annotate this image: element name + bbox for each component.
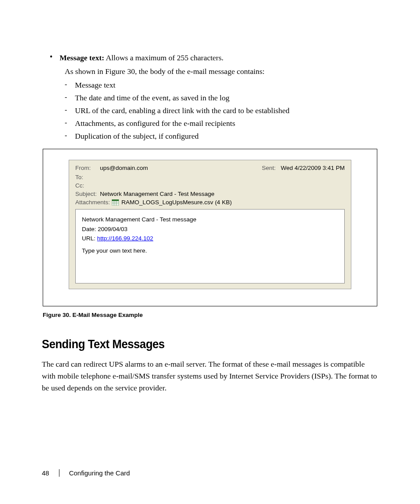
dash-marker: - bbox=[65, 119, 67, 128]
email-preview: From: ups@domain.com Sent: Wed 4/22/2009… bbox=[69, 160, 351, 289]
subject-value: Network Management Card - Test Message bbox=[100, 191, 214, 197]
bullet-marker: • bbox=[50, 52, 52, 63]
dash-marker: - bbox=[65, 81, 67, 90]
page-footer: 48 Configuring the Card bbox=[42, 469, 130, 477]
body-line-1: Network Management Card - Test message bbox=[82, 215, 338, 224]
dash-marker: - bbox=[65, 106, 67, 115]
bullet-label: Message text: bbox=[59, 53, 104, 62]
body-line-4: Type your own text here. bbox=[82, 246, 338, 256]
to-label: To: bbox=[75, 174, 100, 180]
figure-container: From: ups@domain.com Sent: Wed 4/22/2009… bbox=[43, 149, 377, 306]
attachments-value: RAMO_LOGS_LogUpsMesure.csv (4 KB) bbox=[122, 199, 232, 206]
body-url-link[interactable]: http://166.99.224.102 bbox=[97, 235, 154, 242]
bullet-item: • Message text: Allows a maximum of 255 … bbox=[42, 52, 378, 63]
sent-value: Wed 4/22/2009 3:41 PM bbox=[281, 165, 345, 171]
svg-rect-1 bbox=[112, 199, 119, 201]
body-url-label: URL: bbox=[82, 235, 97, 242]
subject-label: Subject: bbox=[75, 191, 100, 197]
dash-item: - Duplication of the subject, if configu… bbox=[65, 132, 378, 141]
body-paragraph: The card can redirect UPS alarms to an e… bbox=[42, 358, 378, 394]
dash-marker: - bbox=[65, 132, 67, 141]
dash-text: URL of the card, enabling a direct link … bbox=[75, 106, 289, 115]
page-number: 48 bbox=[42, 469, 49, 477]
section-heading: Sending Text Messages bbox=[42, 338, 361, 351]
body-line-2: Date: 2009/04/03 bbox=[82, 224, 338, 234]
from-label: From: bbox=[75, 165, 100, 171]
dash-text: Message text bbox=[75, 81, 115, 90]
email-body: Network Management Card - Test message D… bbox=[75, 209, 345, 283]
dash-item: - Attachments, as configured for the e-m… bbox=[65, 119, 378, 128]
dash-text: Attachments, as configured for the e-mai… bbox=[75, 119, 235, 128]
dash-item: - The date and time of the event, as sav… bbox=[65, 93, 378, 103]
sent-label: Sent: bbox=[262, 165, 276, 171]
bullet-desc: Allows a maximum of 255 characters. bbox=[104, 53, 224, 62]
attachments-label: Attachments: bbox=[75, 199, 110, 206]
cc-label: Cc: bbox=[75, 182, 100, 189]
dash-text: Duplication of the subject, if configure… bbox=[75, 132, 199, 141]
intro-text: As shown in Figure 30, the body of the e… bbox=[65, 67, 378, 76]
dash-item: - Message text bbox=[65, 81, 378, 90]
figure-caption: Figure 30. E-Mail Message Example bbox=[43, 312, 378, 318]
dash-item: - URL of the card, enabling a direct lin… bbox=[65, 106, 378, 115]
sent-value bbox=[277, 165, 281, 171]
dash-marker: - bbox=[65, 93, 67, 103]
from-value: ups@domain.com bbox=[100, 165, 148, 171]
spreadsheet-icon bbox=[112, 199, 119, 206]
footer-section: Configuring the Card bbox=[69, 469, 130, 477]
footer-divider bbox=[59, 469, 59, 477]
dash-text: The date and time of the event, as saved… bbox=[75, 93, 229, 103]
